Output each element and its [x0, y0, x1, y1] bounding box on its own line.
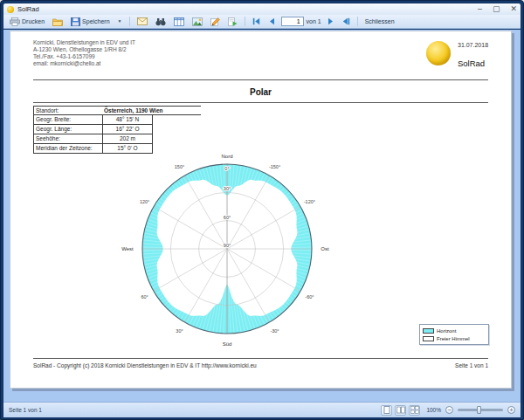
- svg-text:Nord: Nord: [221, 154, 232, 159]
- image-icon: [192, 17, 203, 26]
- company-address-line: email: mkornicki@chello.at: [33, 60, 135, 67]
- location-table-row: Seehöhe:202 m: [33, 134, 153, 144]
- page-number-input[interactable]: [281, 17, 304, 26]
- location-label: Meridian der Zeitzone:: [34, 144, 102, 153]
- location-table-row: Standort:Österreich, 1190 Wien: [33, 106, 201, 115]
- export-image-button[interactable]: [190, 17, 205, 27]
- company-address: Kornicki, Dienstleistungen in EDV und IT…: [33, 39, 135, 67]
- svg-text:30°: 30°: [176, 328, 183, 334]
- svg-text:60°: 60°: [141, 294, 148, 300]
- location-label: Geogr. Breite:: [34, 115, 102, 124]
- location-label: Standort:: [34, 107, 102, 114]
- save-dropdown-button[interactable]: ▼: [115, 18, 125, 24]
- legend-label: Freier Himmel: [437, 336, 470, 341]
- polar-chart: NordOstSüdWest-150°-120°-60°-30°30°60°12…: [105, 147, 349, 361]
- first-page-button[interactable]: [250, 17, 263, 26]
- save-label: Speichern: [82, 18, 110, 24]
- last-page-icon: [342, 17, 350, 25]
- page-layout-single-button[interactable]: [381, 405, 392, 416]
- polar-chart-svg: NordOstSüdWest-150°-120°-60°-30°30°60°12…: [105, 147, 349, 361]
- preview-area: Kornicki, Dienstleistungen in EDV und IT…: [3, 30, 521, 402]
- save-button[interactable]: Speichern: [68, 17, 113, 27]
- close-preview-label: Schliessen: [365, 18, 395, 24]
- printer-icon: [10, 17, 20, 26]
- toolbar-separator: [357, 17, 358, 26]
- svg-text:30°: 30°: [224, 186, 231, 191]
- svg-text:-30°: -30°: [270, 328, 279, 334]
- next-page-icon: [327, 17, 334, 25]
- svg-text:-60°: -60°: [305, 294, 314, 300]
- floppy-icon: [71, 17, 80, 26]
- legend-swatch: [423, 328, 434, 334]
- footer-copyright: SolRad - Copyright (c) 2018 Kornicki Die…: [33, 362, 257, 368]
- company-address-line: A-1230 Wien, Othellogasse 1/RH 8/2: [33, 46, 135, 53]
- find-button[interactable]: [153, 17, 169, 27]
- maximize-button[interactable]: ▢: [493, 5, 500, 13]
- chevron-down-icon: ▼: [118, 19, 122, 24]
- svg-text:120°: 120°: [140, 199, 149, 204]
- edit-button[interactable]: [208, 17, 223, 27]
- report-page: Kornicki, Dienstleistungen in EDV und IT…: [10, 31, 512, 389]
- previous-page-icon: [268, 17, 276, 25]
- watermark-button[interactable]: [171, 17, 187, 27]
- toolbar: Drucken Speichern ▼: [3, 15, 521, 29]
- toolbar-separator: [245, 17, 245, 26]
- page-layout-multiple-button[interactable]: [409, 405, 420, 416]
- footer-rule: [33, 358, 488, 359]
- window-controls: – ▢ ✕: [478, 5, 517, 13]
- product-name: SolRad: [458, 59, 485, 68]
- svg-text:West: West: [121, 246, 134, 251]
- zoom-slider-thumb[interactable]: [477, 406, 481, 414]
- company-address-line: Kornicki, Dienstleistungen in EDV und IT: [33, 39, 135, 46]
- document-export-icon: [228, 17, 238, 26]
- app-window: SolRad – ▢ ✕ Drucken Speichern ▼: [0, 0, 524, 420]
- page-count-label: von 1: [307, 18, 321, 24]
- svg-text:Ost: Ost: [321, 246, 329, 251]
- next-page-button[interactable]: [324, 17, 337, 26]
- status-page-label: Seite 1 von 1: [9, 407, 42, 413]
- zoom-in-button[interactable]: +: [507, 406, 515, 414]
- page-layout-facing-button[interactable]: [395, 405, 406, 416]
- svg-text:Süd: Süd: [223, 341, 232, 347]
- company-address-line: Tel./Fax. +43-1-6157099: [33, 53, 135, 60]
- close-button[interactable]: ✕: [510, 5, 517, 13]
- zoom-slider[interactable]: [458, 409, 503, 411]
- location-label: Seehöhe:: [34, 134, 102, 143]
- svg-text:60°: 60°: [224, 215, 231, 220]
- multiple-pages-icon: [410, 406, 419, 414]
- header-rule: [33, 79, 488, 80]
- sun-logo-icon: [426, 41, 451, 65]
- close-preview-button[interactable]: Schliessen: [362, 17, 397, 25]
- table-columns-icon: [174, 17, 184, 26]
- print-button[interactable]: Drucken: [7, 17, 47, 27]
- report-date: 31.07.2018: [458, 42, 488, 48]
- footer-page-number: Seite 1 von 1: [455, 362, 488, 368]
- zoom-out-button[interactable]: −: [445, 406, 453, 414]
- previous-page-button[interactable]: [265, 17, 279, 26]
- binoculars-icon: [155, 17, 166, 26]
- zoom-percent-label: 100%: [426, 407, 441, 413]
- envelope-icon: [137, 17, 148, 25]
- status-bar: Seite 1 von 1 100% − +: [3, 402, 521, 417]
- svg-text:150°: 150°: [175, 164, 184, 169]
- location-value: 202 m: [102, 134, 152, 143]
- export-document-button[interactable]: [225, 17, 240, 27]
- open-button[interactable]: [50, 17, 66, 27]
- facing-pages-icon: [396, 406, 405, 414]
- print-label: Drucken: [22, 18, 45, 24]
- email-button[interactable]: [134, 17, 150, 26]
- svg-text:90°: 90°: [224, 243, 231, 248]
- folder-icon: [52, 17, 63, 26]
- status-zoom-controls: 100% − +: [381, 405, 515, 416]
- legend-item: Horizont: [423, 327, 486, 334]
- chart-legend: HorizontFreier Himmel: [419, 324, 489, 345]
- location-table-row: Geogr. Breite:48° 15' N: [33, 115, 153, 125]
- last-page-button[interactable]: [340, 17, 353, 26]
- single-page-icon: [383, 406, 390, 414]
- minimize-button[interactable]: –: [478, 5, 482, 13]
- first-page-icon: [252, 17, 260, 25]
- location-label: Geogr. Länge:: [34, 125, 102, 134]
- legend-item: Freier Himmel: [423, 334, 486, 342]
- svg-text:-120°: -120°: [304, 199, 315, 204]
- location-value: 48° 15' N: [102, 115, 152, 124]
